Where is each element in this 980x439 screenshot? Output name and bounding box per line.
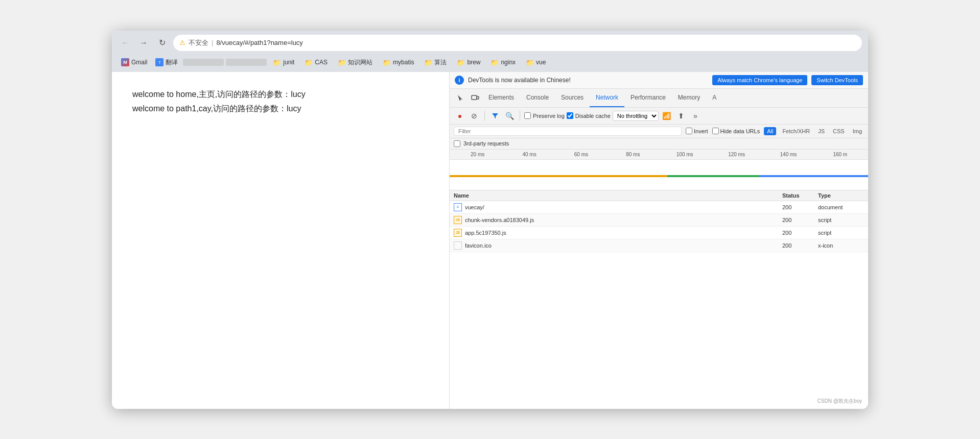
url-text: 8/vuecay/#/path1?name=lucy [216, 39, 302, 46]
bookmarks-bar: M Gmail T 翻译 📁 junit 📁 CAS 📁 知识 [118, 55, 862, 72]
timeline-bar-orange [450, 175, 667, 177]
security-text: 不安全 [189, 38, 208, 47]
preserve-log-checkbox[interactable] [524, 112, 531, 119]
network-row-favicon[interactable]: favicon.ico 200 x-icon [450, 239, 868, 252]
bookmark-nginx-label: nginx [501, 59, 516, 66]
bookmark-brew[interactable]: 📁 brew [453, 58, 484, 67]
bookmark-blurred-1 [183, 59, 224, 66]
tab-elements[interactable]: Elements [482, 89, 520, 107]
timeline-ticks: 20 ms 40 ms 60 ms 80 ms 100 ms 120 ms 14… [450, 152, 868, 157]
devtools-tabs: Elements Console Sources Network Perform… [450, 89, 868, 108]
filter-type-css[interactable]: CSS [831, 127, 847, 135]
bookmark-zhishi-label: 知识网站 [348, 58, 372, 67]
upload-icon[interactable]: ⬆ [675, 110, 687, 122]
clear-button[interactable]: ⊘ [468, 110, 480, 122]
security-warning-icon: ⚠ [179, 39, 185, 46]
network-row-vuecay[interactable]: ≡ vuecay/ 200 document [450, 201, 868, 214]
match-language-button[interactable]: Always match Chrome's language [712, 75, 807, 85]
banner-text: DevTools is now available in Chinese! [468, 77, 708, 84]
throttle-select[interactable]: No throttling [613, 111, 659, 121]
bookmark-zhishi[interactable]: 📁 知识网站 [334, 57, 377, 68]
invert-checkbox[interactable] [686, 128, 692, 134]
network-table-header: Name Status Type [450, 190, 868, 201]
folder-icon: 📁 [273, 59, 281, 66]
row-type-app-js: script [818, 230, 864, 236]
filter-button[interactable] [489, 110, 501, 122]
row-status-favicon: 200 [782, 242, 818, 249]
watermark: CSDN @凯先生boy [818, 398, 862, 405]
bookmark-nginx[interactable]: 📁 nginx [486, 58, 520, 67]
folder-icon: 📁 [383, 59, 391, 66]
timeline-bar-blue [759, 175, 868, 177]
preserve-log-label[interactable]: Preserve log [524, 112, 565, 119]
filter-type-all[interactable]: All [764, 127, 776, 135]
folder-icon: 📁 [526, 59, 534, 66]
disable-cache-checkbox[interactable] [567, 112, 573, 119]
back-button[interactable]: ← [118, 36, 132, 50]
bookmark-brew-label: brew [467, 59, 480, 66]
tab-network-label: Network [596, 94, 618, 101]
more-icon[interactable]: » [689, 110, 702, 122]
translate-label: 翻译 [166, 58, 178, 67]
invert-label[interactable]: Invert [686, 128, 708, 134]
tab-memory[interactable]: Memory [672, 89, 706, 107]
reload-button[interactable]: ↻ [155, 36, 169, 50]
tab-console[interactable]: Console [520, 89, 555, 107]
filter-input[interactable] [454, 127, 682, 136]
page-content: welcome to home,主页,访问的路径的参数：lucy welcome… [112, 72, 449, 409]
row-type-favicon: x-icon [818, 242, 864, 249]
filter-type-img[interactable]: Img [851, 127, 864, 135]
tab-device-icon[interactable] [468, 89, 482, 107]
folder-icon: 📁 [424, 59, 432, 66]
filter-type-js[interactable]: JS [816, 127, 827, 135]
row-status-app-js: 200 [782, 230, 818, 236]
switch-devtools-button[interactable]: Switch DevTools [811, 75, 863, 85]
bookmark-suanfa-label: 算法 [434, 58, 447, 67]
tab-elements-label: Elements [488, 94, 514, 101]
bookmark-junit-label: junit [283, 59, 294, 66]
js-icon-2: JS [454, 229, 462, 237]
hide-data-urls-checkbox[interactable] [712, 128, 719, 134]
network-row-chunk-vendors[interactable]: JS chunk-vendors.a0183049.js 200 script [450, 214, 868, 227]
record-button[interactable]: ● [454, 110, 466, 122]
bookmark-junit[interactable]: 📁 junit [269, 58, 298, 67]
bookmark-suanfa[interactable]: 📁 算法 [420, 57, 451, 68]
row-type-chunk-vendors: script [818, 217, 864, 223]
tab-sources[interactable]: Sources [555, 89, 590, 107]
network-row-app-js[interactable]: JS app.5c197350.js 200 script [450, 227, 868, 239]
wifi-icon[interactable]: 📶 [661, 110, 673, 122]
third-party-row: 3rd-party requests [450, 138, 868, 150]
js-icon-1: JS [454, 216, 462, 224]
row-name-chunk-vendors: chunk-vendors.a0183049.js [465, 217, 782, 223]
hide-data-urls-label[interactable]: Hide data URLs [712, 128, 760, 134]
forward-button[interactable]: → [136, 36, 151, 50]
address-bar[interactable]: ⚠ 不安全 | 8/vuecay/#/path1?name=lucy [173, 35, 862, 51]
tab-cursor-icon[interactable] [454, 89, 468, 107]
bookmark-translate[interactable]: T 翻译 [152, 57, 181, 68]
tick-100ms: 100 ms [659, 152, 711, 157]
tab-more[interactable]: A [706, 89, 722, 107]
tick-80ms: 80 ms [607, 152, 659, 157]
timeline-bars [450, 160, 868, 190]
bookmark-mybatis[interactable]: 📁 mybatis [379, 58, 418, 67]
tab-network[interactable]: Network [590, 89, 624, 107]
search-button[interactable]: 🔍 [503, 110, 516, 122]
tab-performance[interactable]: Performance [624, 89, 672, 107]
bookmark-gmail[interactable]: M Gmail [118, 57, 150, 67]
filter-type-fetch-xhr[interactable]: Fetch/XHR [780, 127, 812, 135]
header-status[interactable]: Status [782, 192, 818, 199]
row-status-vuecay: 200 [782, 204, 818, 210]
disable-cache-label[interactable]: Disable cache [567, 112, 611, 119]
header-name[interactable]: Name [454, 192, 782, 199]
tick-40ms: 40 ms [503, 152, 555, 157]
bookmark-cas[interactable]: 📁 CAS [300, 58, 332, 67]
header-type[interactable]: Type [818, 192, 864, 199]
bookmark-cas-label: CAS [315, 59, 328, 66]
third-party-checkbox[interactable] [454, 140, 460, 147]
row-name-favicon: favicon.ico [465, 242, 782, 249]
bookmark-vue[interactable]: 📁 vue [522, 58, 550, 67]
gmail-label: Gmail [131, 59, 147, 66]
chrome-toolbar: ← → ↻ ⚠ 不安全 | 8/vuecay/#/path1?name=lucy… [112, 31, 868, 72]
svg-rect-1 [477, 96, 479, 99]
url-separator: | [212, 39, 213, 46]
